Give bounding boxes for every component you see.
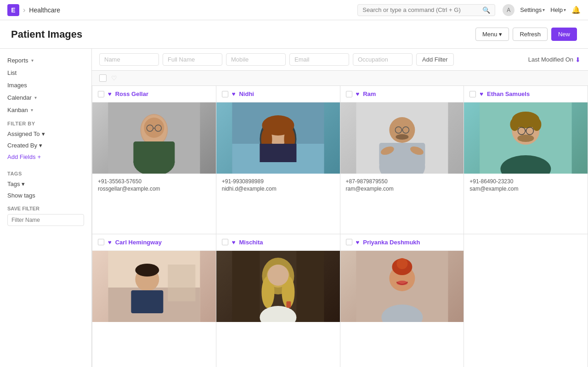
patient-ethan-heart[interactable]: ♥ xyxy=(480,90,483,97)
svg-rect-5 xyxy=(133,141,175,164)
sidebar-item-reports[interactable]: Reports ▾ xyxy=(0,54,91,67)
save-filter-label: SAVE FILTER xyxy=(7,206,84,211)
svg-rect-16 xyxy=(260,144,296,162)
patient-ross-email: rossgellar@example.com xyxy=(98,186,210,192)
content-area: Add Filter Last Modified On ⬇ ♡ ♥ Ross G… xyxy=(92,49,588,367)
breadcrumb[interactable]: Healthcare xyxy=(29,6,60,14)
svg-point-26 xyxy=(396,134,408,140)
select-all-checkbox[interactable] xyxy=(99,74,107,82)
new-button[interactable]: New xyxy=(551,28,577,41)
patient-card-ross: ♥ Ross Gellar xyxy=(92,86,216,234)
sort-icon: ⬇ xyxy=(575,56,581,63)
patient-ethan-image xyxy=(464,102,588,174)
filter-name-input[interactable] xyxy=(7,214,84,226)
sidebar-item-calendar[interactable]: Calendar ▾ xyxy=(0,91,91,104)
filters-bar: Add Filter Last Modified On ⬇ xyxy=(92,49,588,71)
patient-ram-checkbox[interactable] xyxy=(346,91,352,97)
patient-priyanka-checkbox[interactable] xyxy=(346,239,352,245)
refresh-button[interactable]: Refresh xyxy=(513,28,548,41)
add-filter-button[interactable]: Add Filter xyxy=(416,53,454,66)
tags-section: TAGS Tags ▾ Show tags xyxy=(0,166,91,201)
patient-mischita-checkbox[interactable] xyxy=(222,239,228,245)
occupation-filter-input[interactable] xyxy=(353,53,413,66)
patient-nidhi-image xyxy=(216,102,340,174)
sidebar-item-images[interactable]: Images xyxy=(0,79,91,91)
app-logo: E xyxy=(7,4,19,16)
patient-mischita-image xyxy=(216,251,340,322)
patient-ross-info: +91-35563-57650 rossgellar@example.com xyxy=(92,174,216,197)
search-input[interactable] xyxy=(362,6,481,13)
patient-nidhi-name[interactable]: Nidhi xyxy=(239,90,254,97)
card-header-priyanka: ♥ Priyanka Deshmukh xyxy=(340,234,464,251)
patient-card-nidhi: ♥ Nidhi xyxy=(216,86,340,234)
patient-nidhi-heart[interactable]: ♥ xyxy=(232,90,236,97)
name-filter-input[interactable] xyxy=(99,53,159,66)
sidebar-item-list[interactable]: List xyxy=(0,67,91,79)
svg-point-57 xyxy=(396,281,407,285)
patient-priyanka-heart[interactable]: ♥ xyxy=(356,239,360,246)
created-by-caret-icon: ▾ xyxy=(39,142,42,149)
add-fields-button[interactable]: Add Fields + xyxy=(0,151,91,163)
menu-button[interactable]: Menu ▾ xyxy=(475,28,509,41)
fullname-filter-input[interactable] xyxy=(163,53,222,66)
avatar: A xyxy=(503,4,514,16)
patient-ram-info: +87-9879879550 ram@example.com xyxy=(340,174,464,197)
card-header-ram: ♥ Ram xyxy=(340,86,464,102)
card-header-ross: ♥ Ross Gellar xyxy=(92,86,216,102)
patient-card-carl: ♥ Carl Hemingway xyxy=(92,234,216,367)
svg-rect-52 xyxy=(286,301,291,308)
card-header-ethan: ♥ Ethan Samuels xyxy=(464,86,588,102)
patient-ram-name[interactable]: Ram xyxy=(363,90,376,97)
patient-ethan-phone: +91-86490-23230 xyxy=(469,178,582,185)
patient-carl-name[interactable]: Carl Hemingway xyxy=(115,239,162,246)
page-actions: Menu ▾ Refresh New xyxy=(475,28,577,41)
created-by-filter[interactable]: Created By ▾ xyxy=(0,140,91,151)
patient-ram-heart[interactable]: ♥ xyxy=(356,90,360,97)
patient-ross-heart[interactable]: ♥ xyxy=(108,90,112,97)
patient-carl-heart[interactable]: ♥ xyxy=(108,239,112,246)
patient-ross-name[interactable]: Ross Gellar xyxy=(115,90,148,97)
save-filter-section: SAVE FILTER xyxy=(0,201,91,231)
assigned-to-caret-icon: ▾ xyxy=(42,130,45,137)
menu-caret-icon: ▾ xyxy=(499,31,502,38)
patient-ethan-checkbox[interactable] xyxy=(469,91,476,97)
notifications-bell[interactable]: 🔔 xyxy=(571,6,581,14)
svg-point-42 xyxy=(135,264,159,277)
grid-toolbar: ♡ xyxy=(92,71,588,86)
help-link[interactable]: Help ▾ xyxy=(550,6,566,13)
patient-nidhi-email: nidhi.d@example.com xyxy=(222,186,334,192)
patient-ram-image xyxy=(340,102,464,174)
svg-point-31 xyxy=(510,118,520,131)
sort-selector[interactable]: Last Modified On ⬇ xyxy=(528,56,581,63)
patient-mischita-name[interactable]: Mischita xyxy=(239,239,263,246)
patient-ross-checkbox[interactable] xyxy=(98,91,104,97)
patient-carl-checkbox[interactable] xyxy=(98,239,104,245)
svg-point-56 xyxy=(396,258,407,269)
kanban-caret-icon: ▾ xyxy=(31,107,33,113)
tags-section-label: TAGS xyxy=(0,166,91,178)
topnav-right: A Settings ▾ Help ▾ 🔔 xyxy=(503,4,581,16)
patient-ethan-info: +91-86490-23230 sam@example.com xyxy=(464,174,588,197)
search-bar[interactable]: 🔍 xyxy=(357,4,495,16)
bulk-heart-icon[interactable]: ♡ xyxy=(111,74,117,82)
search-icon: 🔍 xyxy=(482,6,490,14)
patient-card-ram: ♥ Ram xyxy=(340,86,464,234)
add-fields-plus-icon: + xyxy=(37,153,41,160)
assigned-to-filter[interactable]: Assigned To ▾ xyxy=(0,128,91,140)
patient-nidhi-checkbox[interactable] xyxy=(222,91,228,97)
sidebar-item-kanban[interactable]: Kanban ▾ xyxy=(0,104,91,116)
patient-ethan-email: sam@example.com xyxy=(469,186,582,192)
settings-link[interactable]: Settings ▾ xyxy=(520,6,545,13)
tags-filter[interactable]: Tags ▾ xyxy=(0,178,91,190)
show-tags-button[interactable]: Show tags xyxy=(0,190,91,201)
patient-mischita-info xyxy=(216,322,340,332)
patient-ram-phone: +87-9879879550 xyxy=(346,178,458,185)
calendar-caret-icon: ▾ xyxy=(34,95,37,100)
patient-nidhi-info: +91-9930898989 nidhi.d@example.com xyxy=(216,174,340,197)
patient-priyanka-name[interactable]: Priyanka Deshmukh xyxy=(363,239,420,246)
patient-priyanka-image xyxy=(340,251,464,322)
patient-mischita-heart[interactable]: ♥ xyxy=(232,239,236,246)
patient-ethan-name[interactable]: Ethan Samuels xyxy=(487,90,530,97)
mobile-filter-input[interactable] xyxy=(226,53,286,66)
email-filter-input[interactable] xyxy=(289,53,349,66)
